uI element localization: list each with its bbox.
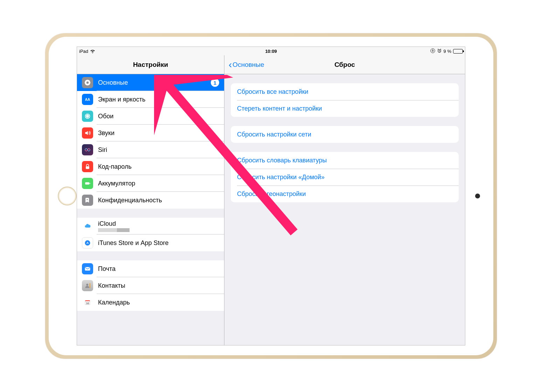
svg-text:10: 10 bbox=[86, 302, 89, 305]
reset-item-reset-keyboard[interactable]: Сбросить словарь клавиатуры bbox=[231, 152, 459, 169]
svg-rect-10 bbox=[85, 182, 89, 185]
sidebar-item-itunes[interactable]: AiTunes Store и App Store bbox=[77, 234, 224, 251]
calendar-icon: 10 bbox=[82, 297, 93, 308]
display-icon: AA bbox=[82, 94, 93, 105]
device-label: iPad bbox=[79, 49, 88, 54]
mail-icon bbox=[82, 263, 93, 274]
svg-rect-9 bbox=[86, 166, 89, 169]
battery-icon bbox=[82, 178, 93, 189]
gear-icon bbox=[82, 77, 93, 88]
svg-text:AA: AA bbox=[85, 98, 90, 102]
sidebar-item-siri[interactable]: Siri bbox=[77, 141, 224, 158]
sidebar-item-label: Аккумулятор bbox=[98, 180, 135, 187]
sidebar-item-label: Обои bbox=[98, 113, 113, 120]
clock: 10:09 bbox=[265, 49, 277, 54]
detail-pane: ‹ Основные Сброс Сбросить все настройкиС… bbox=[224, 55, 465, 345]
icloud-icon bbox=[82, 220, 93, 232]
chevron-left-icon: ‹ bbox=[229, 60, 232, 70]
reset-item-label: Сбросить настройки сети bbox=[237, 131, 311, 138]
sidebar-item-wallpaper[interactable]: Обои bbox=[77, 108, 224, 125]
privacy-icon bbox=[82, 195, 93, 206]
svg-rect-15 bbox=[85, 267, 90, 271]
battery-icon bbox=[453, 49, 463, 54]
screen: iPad 10:09 9 % bbox=[77, 47, 465, 345]
reset-item-label: Сбросить словарь клавиатуры bbox=[237, 157, 327, 164]
reset-item-label: Сбросить настройки «Домой» bbox=[237, 174, 325, 181]
reset-item-reset-network[interactable]: Сбросить настройки сети bbox=[231, 126, 459, 143]
front-camera bbox=[475, 194, 480, 198]
home-button[interactable] bbox=[58, 187, 77, 205]
svg-point-16 bbox=[86, 284, 88, 286]
badge: 1 bbox=[211, 78, 219, 87]
reset-item-reset-home[interactable]: Сбросить настройки «Домой» bbox=[231, 169, 459, 186]
sidebar-item-battery[interactable]: Аккумулятор bbox=[77, 175, 224, 192]
detail-list[interactable]: Сбросить все настройкиСтереть контент и … bbox=[224, 74, 465, 345]
reset-item-reset-all[interactable]: Сбросить все настройки bbox=[231, 83, 459, 100]
sidebar-item-label: Конфиденциальность bbox=[98, 197, 162, 204]
alarm-icon bbox=[437, 48, 442, 54]
passcode-icon bbox=[82, 161, 93, 172]
settings-sidebar: Настройки Основные1AAЭкран и яркостьОбои… bbox=[77, 55, 224, 345]
sidebar-item-display[interactable]: AAЭкран и яркость bbox=[77, 91, 224, 108]
back-button[interactable]: ‹ Основные bbox=[229, 60, 264, 70]
wallpaper-icon bbox=[82, 111, 93, 122]
icloud-account-redacted bbox=[98, 228, 130, 232]
sidebar-item-label: Контакты bbox=[98, 282, 125, 289]
detail-title: Сброс bbox=[334, 61, 355, 69]
status-bar: iPad 10:09 9 % bbox=[77, 47, 465, 55]
sidebar-item-calendar[interactable]: 10Календарь bbox=[77, 294, 224, 311]
svg-text:A: A bbox=[86, 241, 89, 245]
ipad-bezel: iPad 10:09 9 % bbox=[45, 33, 497, 359]
reset-item-label: Сбросить геонастройки bbox=[237, 190, 306, 198]
sidebar-item-privacy[interactable]: Конфиденциальность bbox=[77, 192, 224, 209]
svg-rect-11 bbox=[90, 183, 90, 184]
svg-point-12 bbox=[87, 199, 88, 200]
back-label: Основные bbox=[232, 61, 264, 69]
sidebar-item-icloud[interactable]: iCloud bbox=[77, 218, 224, 234]
reset-item-label: Стереть контент и настройки bbox=[237, 105, 322, 112]
sidebar-item-sounds[interactable]: Звуки bbox=[77, 125, 224, 141]
sidebar-item-label: Экран и яркость bbox=[98, 96, 145, 103]
reset-item-erase-all[interactable]: Стереть контент и настройки bbox=[231, 100, 459, 117]
svg-rect-1 bbox=[432, 50, 433, 51]
sidebar-item-contacts[interactable]: Контакты bbox=[77, 277, 224, 294]
sidebar-item-label: Почта bbox=[98, 265, 116, 273]
sidebar-titlebar: Настройки bbox=[77, 55, 224, 74]
sidebar-item-label: Основные bbox=[98, 79, 128, 86]
reset-item-label: Сбросить все настройки bbox=[237, 88, 308, 96]
wifi-icon bbox=[90, 49, 95, 53]
sounds-icon bbox=[82, 127, 93, 139]
battery-percent: 9 % bbox=[444, 49, 451, 54]
sidebar-list[interactable]: Основные1AAЭкран и яркостьОбоиЗвукиSiriК… bbox=[77, 74, 224, 345]
sidebar-item-label: Звуки bbox=[98, 130, 114, 137]
sidebar-item-label: Календарь bbox=[98, 299, 130, 306]
svg-point-0 bbox=[430, 48, 435, 52]
reset-item-reset-location[interactable]: Сбросить геонастройки bbox=[231, 186, 459, 202]
svg-rect-17 bbox=[90, 283, 90, 288]
orientation-lock-icon bbox=[430, 48, 435, 54]
appstore-icon: A bbox=[82, 237, 93, 248]
sidebar-item-label: iTunes Store и App Store bbox=[98, 239, 169, 247]
detail-titlebar: ‹ Основные Сброс bbox=[224, 55, 465, 74]
sidebar-item-mail[interactable]: Почта bbox=[77, 260, 224, 277]
sidebar-item-passcode[interactable]: Код-пароль bbox=[77, 158, 224, 175]
sidebar-item-label: Код-пароль bbox=[98, 163, 132, 170]
sidebar-item-label: Siri bbox=[98, 146, 107, 154]
sidebar-title: Настройки bbox=[133, 61, 168, 69]
sidebar-item-general[interactable]: Основные1 bbox=[77, 74, 224, 91]
contacts-icon bbox=[82, 280, 93, 291]
siri-icon bbox=[82, 144, 93, 155]
sidebar-item-label: iCloud bbox=[98, 220, 130, 227]
